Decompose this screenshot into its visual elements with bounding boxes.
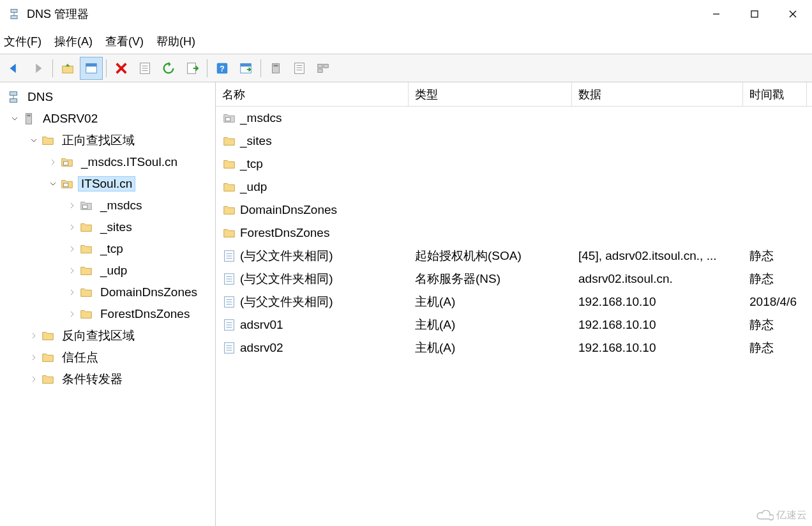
svg-rect-30: [10, 92, 17, 96]
column-header-data[interactable]: 数据: [572, 82, 743, 106]
cell-type: 主机(A): [409, 317, 572, 333]
chevron-right-icon[interactable]: [66, 222, 78, 233]
chevron-right-icon[interactable]: [66, 200, 78, 211]
cell-name: _sites: [240, 134, 272, 148]
svg-rect-35: [64, 162, 68, 165]
chevron-right-icon[interactable]: [28, 352, 40, 363]
list-pane: 名称 类型 数据 时间戳 _msdcs_sites_tcp_udpDomainD…: [216, 82, 812, 526]
menu-view[interactable]: 查看(V): [105, 34, 144, 49]
list-row[interactable]: _msdcs: [216, 107, 812, 130]
chevron-right-icon[interactable]: [66, 243, 78, 255]
toolbar-separator: [207, 59, 207, 77]
column-header-name[interactable]: 名称: [216, 82, 409, 106]
tree-sub-tcp[interactable]: _tcp: [0, 238, 215, 260]
cell-name: ForestDnsZones: [240, 226, 329, 240]
cell-data: 192.168.10.10: [572, 318, 743, 332]
close-button[interactable]: [774, 0, 812, 29]
cell-type: 名称服务器(NS): [409, 271, 572, 287]
toolbar-show-pane[interactable]: [80, 57, 103, 80]
list-row[interactable]: adsrv02主机(A)192.168.10.10静态: [216, 336, 812, 359]
tree-msdcs-zone[interactable]: _msdcs.ITSoul.cn: [0, 151, 215, 173]
list-row[interactable]: _sites: [216, 130, 812, 153]
tree-sub-udp[interactable]: _udp: [0, 260, 215, 282]
toolbar-server-view[interactable]: [264, 57, 287, 80]
folder-icon: [41, 133, 55, 147]
toolbar-properties[interactable]: [133, 57, 156, 80]
svg-rect-27: [318, 64, 322, 68]
tree-label: ADSRV02: [40, 111, 101, 126]
toolbar-help[interactable]: ?: [211, 57, 234, 80]
list-row[interactable]: _udp: [216, 176, 812, 199]
tree-itsoul-zone[interactable]: ITSoul.cn: [0, 173, 215, 195]
toolbar-up-folder[interactable]: [56, 57, 79, 80]
list-row[interactable]: DomainDnsZones: [216, 199, 812, 222]
zone-gray-icon: [79, 199, 93, 213]
tree-label: 正向查找区域: [59, 132, 138, 149]
folder-icon: [79, 285, 93, 299]
tree-sub-ddz[interactable]: DomainDnsZones: [0, 282, 215, 303]
tree-sub-fdz[interactable]: ForestDnsZones: [0, 303, 215, 325]
cell-name: DomainDnsZones: [240, 203, 337, 217]
toolbar-refresh[interactable]: [157, 57, 180, 80]
folder-icon: [41, 329, 55, 343]
svg-rect-31: [10, 99, 17, 103]
toolbar-forward[interactable]: [26, 57, 49, 80]
chevron-right-icon[interactable]: [66, 265, 78, 276]
tree-sub-msdcs[interactable]: _msdcs: [0, 195, 215, 216]
titlebar: DNS 管理器: [0, 0, 812, 29]
chevron-down-icon[interactable]: [28, 135, 40, 146]
folder-icon: [79, 220, 93, 234]
cell-timestamp: 静态: [743, 317, 807, 333]
chevron-right-icon[interactable]: [66, 308, 78, 320]
list-row[interactable]: (与父文件夹相同)起始授权机构(SOA)[45], adsrv02.itsoul…: [216, 244, 812, 267]
list-row[interactable]: ForestDnsZones: [216, 222, 812, 244]
record-icon: [222, 295, 236, 309]
tree-pane[interactable]: DNS ADSRV02 正向查找区域 _msdcs.ITSoul.cn ITSo…: [0, 82, 216, 526]
list-row[interactable]: adsrv01主机(A)192.168.10.10静态: [216, 313, 812, 336]
toolbar-export[interactable]: [181, 57, 204, 80]
zone-icon: [60, 177, 74, 191]
list-row[interactable]: (与父文件夹相同)名称服务器(NS)adsrv02.itsoul.cn.静态: [216, 267, 812, 290]
chevron-right-icon[interactable]: [66, 287, 78, 298]
tree-sub-sites[interactable]: _sites: [0, 216, 215, 238]
tree-label: _msdcs: [97, 198, 145, 213]
tree-reverse-zones[interactable]: 反向查找区域: [0, 325, 215, 347]
toolbar-tile[interactable]: [234, 57, 257, 80]
chevron-down-icon[interactable]: [47, 178, 59, 190]
list-header: 名称 类型 数据 时间戳: [216, 82, 812, 107]
chevron-right-icon[interactable]: [28, 330, 40, 342]
zone-icon: [60, 155, 74, 169]
column-header-timestamp[interactable]: 时间戳: [743, 82, 807, 106]
chevron-right-icon[interactable]: [47, 156, 59, 168]
chevron-down-icon[interactable]: [9, 113, 20, 124]
tree-conditional-forwarders[interactable]: 条件转发器: [0, 368, 215, 390]
column-header-type[interactable]: 类型: [409, 82, 572, 106]
folder-icon: [222, 203, 236, 217]
chevron-right-icon[interactable]: [28, 373, 40, 385]
folder-icon: [222, 226, 236, 240]
cell-timestamp: 静态: [743, 248, 807, 264]
tree-root-dns[interactable]: DNS: [0, 86, 215, 108]
toolbar-back[interactable]: [3, 57, 26, 80]
menu-help[interactable]: 帮助(H): [156, 34, 195, 49]
maximize-button[interactable]: [735, 0, 774, 29]
toolbar-separator: [52, 59, 53, 77]
zone-icon: [222, 111, 236, 125]
list-row[interactable]: (与父文件夹相同)主机(A)192.168.10.102018/4/6: [216, 290, 812, 313]
toolbar-list-view[interactable]: [288, 57, 311, 80]
record-icon: [222, 341, 236, 355]
cell-name: (与父文件夹相同): [240, 294, 333, 310]
tree-trust-points[interactable]: 信任点: [0, 347, 215, 368]
menu-file[interactable]: 文件(F): [4, 34, 41, 49]
svg-rect-1: [11, 16, 17, 19]
tree-label: ForestDnsZones: [97, 306, 193, 322]
tree-forward-zones[interactable]: 正向查找区域: [0, 130, 215, 151]
list-row[interactable]: _tcp: [216, 153, 812, 176]
svg-rect-28: [324, 64, 328, 68]
toolbar-delete[interactable]: [110, 57, 133, 80]
cell-name: _tcp: [240, 157, 263, 171]
menu-action[interactable]: 操作(A): [54, 34, 93, 49]
minimize-button[interactable]: [697, 0, 735, 29]
tree-server[interactable]: ADSRV02: [0, 108, 215, 130]
toolbar-detail-view[interactable]: [312, 57, 335, 80]
